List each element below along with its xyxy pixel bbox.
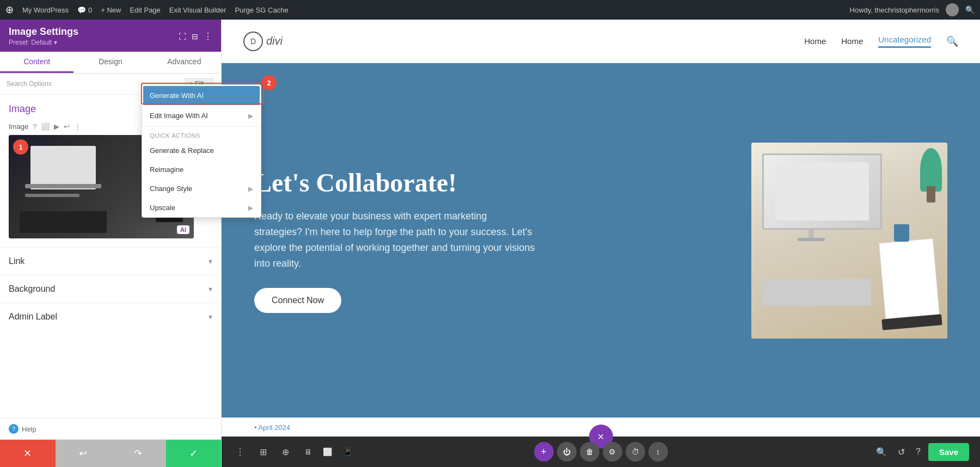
search-toolbar-icon[interactable]: 🔍	[873, 444, 890, 460]
preset-selector[interactable]: Preset: Default ▾	[9, 39, 78, 46]
background-section[interactable]: Background ▾	[0, 275, 221, 303]
link-chevron-icon: ▾	[209, 257, 212, 266]
help-icon[interactable]: ?	[33, 122, 36, 131]
image-field-label: Image	[9, 122, 28, 131]
my-wordpress-link[interactable]: My WordPress	[22, 6, 69, 14]
new-link[interactable]: + New	[101, 6, 121, 14]
settings-button[interactable]: ⚙	[603, 442, 622, 462]
sidebar-bottom-buttons: ✕ ↩ ↷ ✓	[0, 439, 221, 467]
hero-section: Let's Collaborate! Ready to elevate your…	[222, 63, 980, 417]
link-label: Link	[9, 256, 24, 266]
wp-admin-bar: ⊕ My WordPress 💬 0 + New Edit Page Exit …	[0, 0, 980, 20]
exit-builder-link[interactable]: Exit Visual Builder	[169, 6, 226, 14]
upscale-arrow-icon: ▶	[248, 204, 253, 212]
undo-icon[interactable]: ↩	[64, 122, 70, 131]
logo-text: divi	[266, 35, 283, 47]
step-1-badge: 1	[13, 139, 28, 155]
nav-uncategorized[interactable]: Uncategorized	[878, 35, 931, 48]
main-content: D divi Home Home Uncategorized 🔍 Let's C…	[222, 20, 980, 467]
toolbar-center: + ⏻ 🗑 ⚙ ⏱ ↕	[534, 442, 668, 462]
connect-now-button[interactable]: Connect Now	[254, 288, 341, 313]
edit-page-link[interactable]: Edit Page	[130, 6, 160, 14]
view-icons: 🖥 ⬜ 📱	[301, 445, 356, 458]
generate-with-ai-item[interactable]: Generate With AI	[143, 86, 260, 105]
site-header: D divi Home Home Uncategorized 🔍	[222, 20, 980, 63]
link-section[interactable]: Link ▾	[0, 247, 221, 275]
columns-icon[interactable]: ⊟	[192, 32, 198, 41]
confirm-button[interactable]: ✓	[166, 440, 222, 467]
search-options-label: Search Options	[7, 80, 52, 88]
add-module-button[interactable]: +	[534, 442, 554, 462]
cursor-icon[interactable]: ▶	[54, 122, 59, 131]
tab-advanced[interactable]: Advanced	[148, 52, 221, 73]
search-icon[interactable]: 🔍	[965, 5, 975, 14]
fullscreen-icon[interactable]: ⛶	[179, 32, 186, 41]
power-button[interactable]: ⏻	[557, 442, 577, 462]
delete-button[interactable]: 🗑	[580, 442, 599, 462]
edit-image-arrow-icon: ▶	[248, 112, 253, 120]
help-text: Help	[22, 425, 36, 433]
sidebar-tabs: Content Design Advanced	[0, 52, 221, 73]
edit-image-with-ai-item[interactable]: Edit Image With AI ▶	[142, 106, 261, 125]
reimagine-item[interactable]: Reimagine	[142, 160, 261, 179]
redo-button[interactable]: ↷	[111, 440, 166, 467]
image-picker-icon[interactable]: ⬜	[41, 122, 50, 131]
hero-image	[751, 143, 947, 339]
timer-button[interactable]: ⏱	[626, 442, 645, 462]
howdy-text: Howdy, thechristophermorris	[850, 6, 939, 14]
cancel-button[interactable]: ✕	[0, 440, 56, 467]
save-button[interactable]: Save	[928, 443, 969, 461]
help-row: ? Help	[0, 418, 221, 439]
sidebar-header: Image Settings Preset: Default ▾ ⛶ ⊟ ⋮	[0, 20, 221, 52]
desktop-view-icon[interactable]: 🖥	[301, 445, 315, 458]
admin-bar-right: Howdy, thechristophermorris 🔍	[850, 3, 975, 16]
quick-actions-label: Quick Actions	[142, 128, 261, 141]
comments-link[interactable]: 💬 0	[77, 6, 92, 14]
footer-bullet: • April 2024	[254, 423, 290, 432]
generate-replace-item[interactable]: Generate & Replace	[142, 141, 261, 160]
more-icon[interactable]: ⋮	[74, 122, 81, 131]
context-menu: Generate With AI Edit Image With AI ▶ Qu…	[142, 84, 261, 218]
nav-home1[interactable]: Home	[804, 36, 826, 46]
change-style-item[interactable]: Change Style ▶	[142, 179, 261, 198]
background-chevron-icon: ▾	[209, 285, 212, 293]
undo-button[interactable]: ↩	[56, 440, 111, 467]
admin-label-chevron-icon: ▾	[209, 312, 212, 321]
admin-label-section[interactable]: Admin Label ▾	[0, 303, 221, 330]
hero-text: Let's Collaborate! Ready to elevate your…	[254, 168, 751, 312]
tab-design[interactable]: Design	[74, 52, 147, 73]
hero-title: Let's Collaborate!	[254, 168, 730, 198]
ai-badge: AI	[177, 225, 189, 234]
purge-cache-link[interactable]: Purge SG Cache	[235, 6, 288, 14]
toolbar-left: ⋮ ⊞ ⊕ 🖥 ⬜ 📱	[232, 444, 356, 460]
logo-circle: D	[243, 32, 263, 51]
resize-button[interactable]: ↕	[648, 442, 668, 462]
sidebar-title: Image Settings	[9, 26, 78, 38]
toolbar-dots-icon[interactable]: ⋮	[232, 444, 248, 460]
site-search-icon[interactable]: 🔍	[946, 35, 958, 47]
site-logo: D divi	[243, 32, 283, 51]
help-circle-icon[interactable]: ?	[9, 424, 19, 434]
help-toolbar-icon[interactable]: ?	[912, 444, 924, 460]
more-options-icon[interactable]: ⋮	[204, 31, 212, 41]
site-nav: Home Home Uncategorized 🔍	[804, 35, 958, 48]
bottom-toolbar: × ⋮ ⊞ ⊕ 🖥 ⬜ 📱 + ⏻ 🗑 ⚙ ⏱ ↕ 🔍 ↺ ? Save	[222, 437, 980, 467]
hero-description: Ready to elevate your business with expe…	[254, 208, 537, 271]
upscale-item[interactable]: Upscale ▶	[142, 198, 261, 217]
wp-logo-icon[interactable]: ⊕	[5, 4, 14, 16]
background-label: Background	[9, 284, 55, 294]
nav-home2[interactable]: Home	[841, 36, 863, 46]
mobile-view-icon[interactable]: 📱	[340, 445, 356, 458]
step-2-badge: 2	[261, 75, 277, 90]
history-icon[interactable]: ↺	[895, 444, 908, 460]
tablet-view-icon[interactable]: ⬜	[320, 445, 335, 458]
tab-content[interactable]: Content	[0, 52, 74, 73]
menu-divider	[142, 126, 261, 127]
avatar[interactable]	[946, 3, 959, 16]
toolbar-grid-icon[interactable]: ⊞	[256, 444, 270, 460]
admin-label-label: Admin Label	[9, 312, 57, 322]
toolbar-right: 🔍 ↺ ? Save	[873, 443, 969, 461]
toolbar-zoom-icon[interactable]: ⊕	[279, 444, 292, 460]
change-style-arrow-icon: ▶	[248, 185, 253, 193]
